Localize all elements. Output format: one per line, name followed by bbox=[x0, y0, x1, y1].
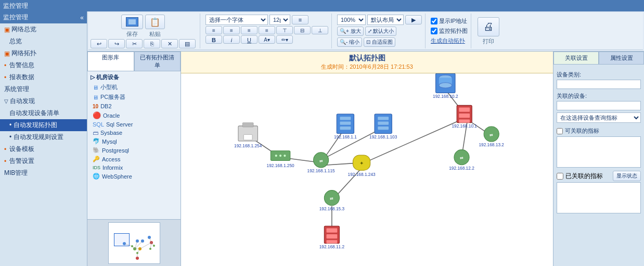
auto-fit-button[interactable]: ⊡ 自适应图 bbox=[364, 37, 395, 47]
right-tab-properties[interactable]: 属性设置 bbox=[599, 52, 644, 65]
sidebar-item-alarm-info[interactable]: • 告警信息 bbox=[0, 59, 87, 71]
redo-button[interactable]: ↪ bbox=[108, 39, 125, 48]
print-button[interactable]: 🖨 bbox=[478, 17, 499, 36]
gl-item-oracle[interactable]: 🔴 Oracle bbox=[88, 110, 179, 120]
generate-auto-topo-row: 生成自动拓扑 bbox=[431, 37, 468, 45]
sidebar-label-sys-mgmt: 系统管理 bbox=[4, 85, 29, 93]
gl-item-sql-server[interactable]: SQL Sql Server bbox=[88, 120, 179, 129]
show-state-button[interactable]: 显示状态 bbox=[613, 171, 641, 181]
graph-lib-tab-library[interactable]: 图形库 bbox=[87, 52, 134, 71]
svg-text:192.168.1.1: 192.168.1.1 bbox=[334, 134, 357, 140]
align-top[interactable]: ⊤ bbox=[276, 26, 293, 34]
node-server-2[interactable]: 192.168.1.103 bbox=[369, 114, 397, 140]
gl-item-pc-server[interactable]: 🖥 PC服务器 bbox=[88, 92, 179, 102]
sidebar-item-alarm-settings[interactable]: • 告警设置 bbox=[0, 155, 87, 167]
associatable-metrics-checkbox[interactable] bbox=[557, 128, 563, 134]
font-color[interactable]: A▾ bbox=[259, 35, 275, 44]
gl-item-postgresql[interactable]: 🐘 Postgresql bbox=[88, 146, 179, 155]
sidebar-label-mib-mgmt: MIB管理 bbox=[4, 169, 28, 176]
font-size-apply[interactable]: ≡ bbox=[292, 15, 308, 24]
sidebar-item-sys-mgmt[interactable]: 系统管理 bbox=[0, 83, 87, 95]
sidebar-label-alarm-info: 告警信息 bbox=[9, 61, 34, 70]
gl-item-sysbase[interactable]: 🗃 Sysbase bbox=[88, 129, 179, 137]
collapse-icon[interactable]: « bbox=[80, 14, 84, 21]
layout-select[interactable]: 默认布局 bbox=[367, 15, 404, 25]
paste-button[interactable]: 📋 bbox=[145, 15, 165, 29]
node-router-2[interactable]: ⇄ 192.168.15.3 bbox=[319, 191, 345, 211]
associated-devices-input[interactable] bbox=[557, 101, 641, 110]
graph-lib-tab-list[interactable]: 已有拓扑图清单 bbox=[134, 52, 181, 71]
align-right[interactable]: ≡ bbox=[241, 26, 257, 34]
canvas-svg[interactable]: 192.168.1.254 192.168.1.250 bbox=[181, 73, 553, 263]
print-label: 打印 bbox=[483, 37, 494, 45]
bold-button[interactable]: B bbox=[205, 35, 222, 44]
underline-button[interactable]: U bbox=[241, 35, 257, 44]
node-db-server[interactable]: 192.168.10.2 bbox=[433, 73, 458, 99]
node-router-1[interactable]: ⇄ 192.168.1.115 bbox=[307, 153, 336, 173]
node-printer[interactable]: 192.168.1.254 bbox=[234, 123, 262, 149]
svg-point-71 bbox=[439, 83, 452, 88]
gl-item-websphere[interactable]: 🌐 WebSphere bbox=[88, 172, 179, 181]
generate-auto-topo-btn[interactable]: 生成自动拓扑 bbox=[431, 37, 465, 45]
right-tabs: 关联设置 属性设置 bbox=[553, 52, 644, 65]
zoom-in-button[interactable]: 🔍+ 放大 bbox=[337, 27, 364, 36]
monitor-topo-checkbox[interactable] bbox=[431, 28, 437, 34]
gl-item-small-host[interactable]: 🖥 小型机 bbox=[88, 82, 179, 92]
svg-text:192.168.11.2: 192.168.11.2 bbox=[319, 244, 345, 249]
font-select[interactable]: 选择一个字体 bbox=[205, 15, 268, 25]
svg-text:✦: ✦ bbox=[359, 160, 364, 166]
app-container: 监控管理 监控管理 « ▣ 网络总览 总览 ▣ 网络拓扑 bbox=[0, 0, 644, 266]
sidebar-item-auto-discover[interactable]: ▽ 自动发现 bbox=[0, 95, 87, 107]
gl-item-db2[interactable]: 10 DB2 bbox=[88, 102, 179, 110]
italic-button[interactable]: i bbox=[223, 35, 240, 44]
node-router-4[interactable]: ⇄ 192.168.12.2 bbox=[449, 150, 474, 171]
delete-button[interactable]: ✕ bbox=[161, 39, 178, 48]
align-bottom[interactable]: ⊥ bbox=[312, 26, 328, 34]
undo-button[interactable]: ↩ bbox=[91, 39, 107, 48]
svg-rect-64 bbox=[327, 228, 338, 232]
sidebar-item-overview[interactable]: 总览 bbox=[0, 35, 87, 47]
node-switch-1[interactable]: 192.168.1.250 bbox=[267, 151, 295, 168]
align-justify[interactable]: ≡ bbox=[259, 26, 275, 34]
copy-button[interactable]: ⎘ bbox=[144, 39, 160, 48]
right-tab-association[interactable]: 关联设置 bbox=[553, 52, 599, 65]
node-hub[interactable]: ✦ 192.168.1.243 bbox=[348, 155, 376, 177]
align-middle[interactable]: ⊟ bbox=[294, 26, 311, 34]
layout-apply[interactable]: ▶ bbox=[405, 15, 422, 24]
sidebar-item-network-overview[interactable]: ▣ 网络总览 bbox=[0, 23, 87, 35]
save-button[interactable] bbox=[121, 15, 143, 29]
associated-metrics-checkbox[interactable] bbox=[557, 173, 563, 180]
font-size-select[interactable]: 12pt bbox=[269, 15, 290, 25]
svg-text:192.168.1.115: 192.168.1.115 bbox=[307, 168, 336, 173]
svg-point-40 bbox=[275, 155, 277, 157]
sidebar-item-report-data[interactable]: • 报表数据 bbox=[0, 71, 87, 83]
align-center[interactable]: ≡ bbox=[223, 26, 240, 34]
middle-panel: 保存 📋 粘贴 ↩ ↪ ✂ bbox=[87, 11, 644, 266]
zoom-out-button[interactable]: 🔍- 缩小 bbox=[337, 37, 362, 47]
gl-item-mysql[interactable]: 🐬 Mysql bbox=[88, 137, 179, 146]
default-size-button[interactable]: ⤢ 默认大小 bbox=[365, 27, 397, 36]
sidebar-item-auto-discover-topo[interactable]: • 自动发现拓扑图 bbox=[0, 119, 87, 131]
device-type-input[interactable] bbox=[557, 80, 641, 89]
report-dot: • bbox=[4, 74, 6, 81]
highlight-color[interactable]: ✏▾ bbox=[276, 35, 293, 44]
svg-text:192.168.10.2: 192.168.10.2 bbox=[433, 94, 458, 99]
node-firewall-1[interactable]: 192.168.11.2 bbox=[319, 226, 345, 249]
prop-button[interactable]: ▤ bbox=[179, 39, 196, 48]
mini-map bbox=[87, 219, 181, 266]
sidebar-item-network-topo[interactable]: ▣ 网络拓扑 bbox=[0, 47, 87, 59]
show-ip-checkbox[interactable] bbox=[431, 18, 437, 24]
align-left[interactable]: ≡ bbox=[205, 26, 222, 34]
gl-item-access[interactable]: 🔑 Access bbox=[88, 155, 179, 163]
sidebar-item-device-template[interactable]: • 设备模板 bbox=[0, 143, 87, 155]
node-server-1[interactable]: 192.168.1.1 bbox=[334, 114, 357, 140]
zoom-in-label: 放大 bbox=[351, 28, 361, 34]
sidebar-item-auto-discover-list[interactable]: 自动发现设备清单 bbox=[0, 107, 87, 119]
node-firewall-2[interactable]: 192.168.10.1 bbox=[452, 105, 477, 129]
sidebar-item-auto-discover-rule[interactable]: • 自动发现规则设置 bbox=[0, 131, 87, 143]
gl-item-informix[interactable]: IDS Informix bbox=[88, 163, 179, 172]
sidebar-item-mib-mgmt[interactable]: MIB管理 bbox=[0, 167, 87, 179]
cut-button[interactable]: ✂ bbox=[126, 39, 143, 48]
zoom-select[interactable]: 100% bbox=[337, 15, 366, 25]
query-indicator-select[interactable]: 在这选择设备查询指标 bbox=[557, 112, 641, 123]
